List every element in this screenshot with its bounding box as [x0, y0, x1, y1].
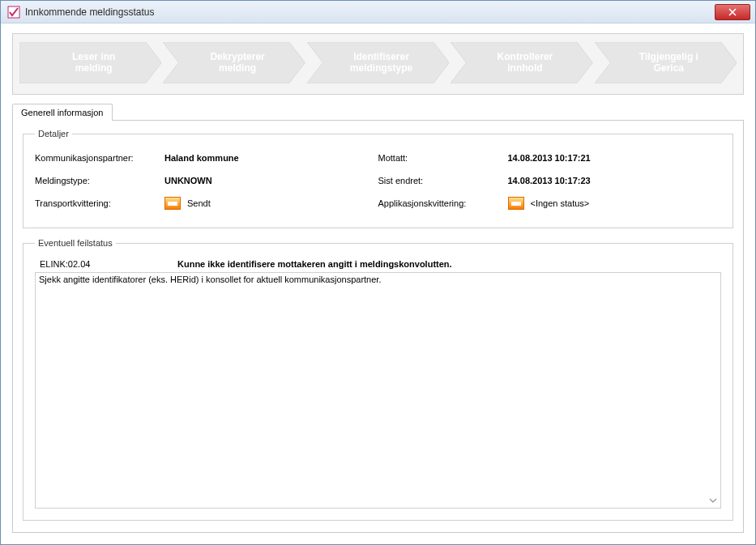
details-fieldset: Detaljer Kommunikasjonspartner: Haland k…	[23, 129, 733, 228]
transport-value: Sendt	[187, 198, 211, 208]
step-control: Kontrollerer innhold	[451, 42, 592, 84]
app-receipt-label: Applikasjonskvittering:	[378, 198, 508, 208]
details-legend: Detaljer	[35, 129, 72, 138]
status-icon	[508, 197, 524, 210]
type-label: Meldingstype:	[35, 176, 164, 185]
step-label: Identifiserer meldingstype	[332, 52, 424, 75]
app-receipt-value: <Ingen status>	[531, 198, 590, 208]
tab-general[interactable]: Generell informasjon	[12, 104, 113, 121]
error-message: Kunne ikke identifisere mottakeren angit…	[177, 259, 452, 269]
error-fieldset: Eventuell feilstatus ELINK:02.04 Kunne i…	[23, 238, 733, 521]
step-label: Leser inn melding	[54, 52, 126, 75]
step-label: Kontrollerer innhold	[480, 52, 565, 75]
step-available: Tilgjengelig i Gerica	[595, 42, 737, 84]
close-icon	[728, 8, 737, 16]
error-details-text: Sjekk angitte identifikatorer (eks. HERi…	[39, 275, 381, 284]
app-icon	[7, 6, 20, 19]
error-details[interactable]: Sjekk angitte identifikatorer (eks. HERi…	[35, 272, 721, 509]
steps-panel: Leser inn melding Dekrypterer melding Id…	[12, 33, 744, 95]
partner-label: Kommunikasjonspartner:	[35, 153, 164, 163]
step-decrypt: Dekrypterer melding	[163, 42, 305, 84]
tab-bar: Generell informasjon	[12, 103, 744, 120]
window: Innkommende meldingsstatus Leser inn mel…	[0, 0, 756, 545]
type-value: UNKNOWN	[164, 176, 212, 185]
step-identify: Identifiserer meldingstype	[307, 42, 449, 84]
error-code: ELINK:02.04	[40, 259, 177, 269]
window-title: Innkommende meldingsstatus	[25, 6, 715, 18]
chevron-down-icon[interactable]	[707, 494, 720, 507]
modified-label: Sist endret:	[378, 176, 508, 185]
step-read: Leser inn melding	[19, 42, 161, 84]
received-value: 14.08.2013 10:17:21	[508, 153, 591, 163]
error-legend: Eventuell feilstatus	[35, 238, 116, 248]
received-label: Mottatt:	[378, 153, 508, 163]
titlebar: Innkommende meldingsstatus	[1, 1, 755, 23]
client-area: Leser inn melding Dekrypterer melding Id…	[1, 23, 755, 544]
close-button[interactable]	[715, 4, 750, 20]
step-label: Tilgjengelig i Gerica	[621, 52, 710, 75]
partner-value: Haland kommune	[164, 153, 239, 163]
modified-value: 14.08.2013 10:17:23	[508, 176, 591, 185]
step-label: Dekrypterer melding	[192, 52, 275, 75]
transport-label: Transportkvittering:	[35, 198, 164, 208]
status-icon	[164, 197, 181, 210]
tab-body: Detaljer Kommunikasjonspartner: Haland k…	[12, 120, 744, 533]
